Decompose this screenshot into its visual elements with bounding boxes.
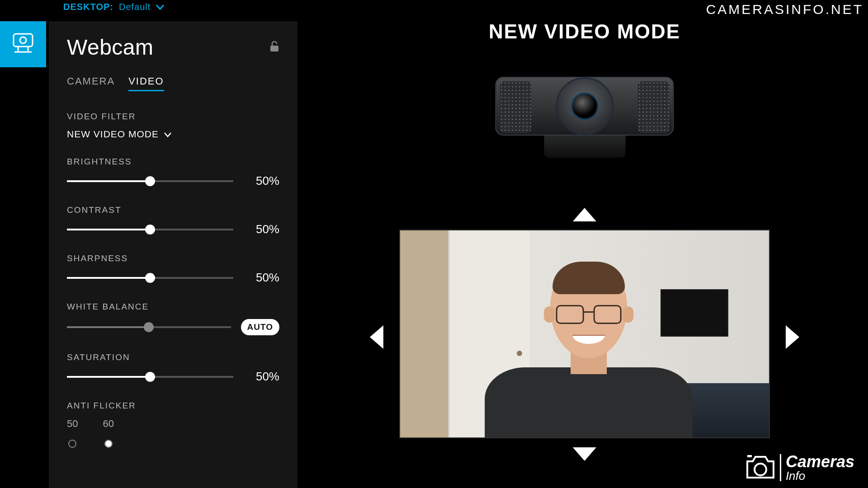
svg-point-3 bbox=[755, 464, 766, 475]
desktop-value: Default bbox=[119, 2, 151, 12]
lock-icon[interactable] bbox=[269, 41, 279, 54]
brightness-label: BRIGHTNESS bbox=[67, 157, 279, 167]
white-balance-label: WHITE BALANCE bbox=[67, 302, 279, 312]
contrast-section: CONTRAST 50% bbox=[67, 205, 279, 236]
saturation-slider[interactable] bbox=[67, 376, 233, 378]
watermark-logo: Cameras Info bbox=[745, 454, 854, 482]
pan-left-button[interactable] bbox=[370, 325, 383, 349]
desktop-label: DESKTOP: bbox=[63, 2, 113, 12]
anti-flicker-section: ANTI FLICKER 50 60 bbox=[67, 401, 279, 448]
tilt-down-button[interactable] bbox=[573, 447, 596, 461]
sharpness-section: SHARPNESS 50% bbox=[67, 253, 279, 285]
saturation-label: SATURATION bbox=[67, 352, 279, 362]
svg-rect-2 bbox=[270, 46, 278, 52]
chevron-down-icon bbox=[156, 2, 164, 12]
anti-flicker-50-label: 50 bbox=[67, 418, 78, 430]
watermark-line2: Info bbox=[786, 470, 854, 482]
tab-video[interactable]: VIDEO bbox=[128, 75, 164, 91]
chevron-down-icon bbox=[164, 129, 171, 140]
svg-rect-0 bbox=[14, 34, 33, 47]
anti-flicker-option-50[interactable]: 50 bbox=[67, 418, 78, 448]
contrast-value: 50% bbox=[243, 222, 279, 236]
brightness-section: BRIGHTNESS 50% bbox=[67, 157, 279, 188]
desktop-selector[interactable]: DESKTOP: Default bbox=[63, 2, 164, 12]
video-mode-title: NEW VIDEO MODE bbox=[489, 20, 680, 43]
contrast-slider[interactable] bbox=[67, 229, 233, 230]
video-filter-dropdown[interactable]: NEW VIDEO MODE bbox=[67, 129, 279, 140]
anti-flicker-option-60[interactable]: 60 bbox=[103, 418, 113, 448]
video-filter-label: VIDEO FILTER bbox=[67, 112, 279, 122]
pan-right-button[interactable] bbox=[786, 325, 799, 349]
saturation-section: SATURATION 50% bbox=[67, 352, 279, 384]
radio-icon bbox=[68, 440, 76, 448]
svg-point-1 bbox=[20, 37, 26, 43]
tabs: CAMERA VIDEO bbox=[67, 75, 279, 91]
contrast-label: CONTRAST bbox=[67, 205, 279, 215]
anti-flicker-60-label: 60 bbox=[103, 418, 113, 430]
brightness-value: 50% bbox=[243, 174, 279, 188]
video-filter-value: NEW VIDEO MODE bbox=[67, 129, 159, 140]
camera-icon bbox=[745, 454, 775, 481]
anti-flicker-label: ANTI FLICKER bbox=[67, 401, 279, 411]
settings-panel: Webcam CAMERA VIDEO VIDEO FILTER NEW VID… bbox=[49, 21, 297, 488]
white-balance-section: WHITE BALANCE AUTO bbox=[67, 302, 279, 335]
watermark-text: CAMERASINFO.NET bbox=[706, 2, 863, 17]
watermark-line1: Cameras bbox=[786, 454, 854, 470]
sharpness-label: SHARPNESS bbox=[67, 253, 279, 263]
saturation-value: 50% bbox=[243, 370, 279, 384]
webcam-device-image bbox=[495, 77, 674, 156]
brightness-slider[interactable] bbox=[67, 180, 233, 182]
video-preview bbox=[399, 230, 770, 438]
svg-rect-4 bbox=[747, 455, 752, 457]
sharpness-value: 50% bbox=[243, 271, 279, 285]
tab-camera[interactable]: CAMERA bbox=[67, 75, 115, 91]
webcam-icon bbox=[12, 33, 34, 56]
panel-title: Webcam bbox=[67, 35, 154, 60]
white-balance-auto-toggle[interactable]: AUTO bbox=[241, 319, 279, 335]
sidebar-item-webcam[interactable] bbox=[0, 21, 46, 67]
tilt-up-button[interactable] bbox=[573, 208, 596, 221]
main-area: NEW VIDEO MODE CAMERASINFO.NET bbox=[301, 0, 868, 488]
white-balance-slider[interactable] bbox=[67, 326, 231, 328]
sharpness-slider[interactable] bbox=[67, 277, 233, 279]
radio-icon bbox=[104, 440, 113, 448]
video-filter-section: VIDEO FILTER NEW VIDEO MODE bbox=[67, 112, 279, 140]
